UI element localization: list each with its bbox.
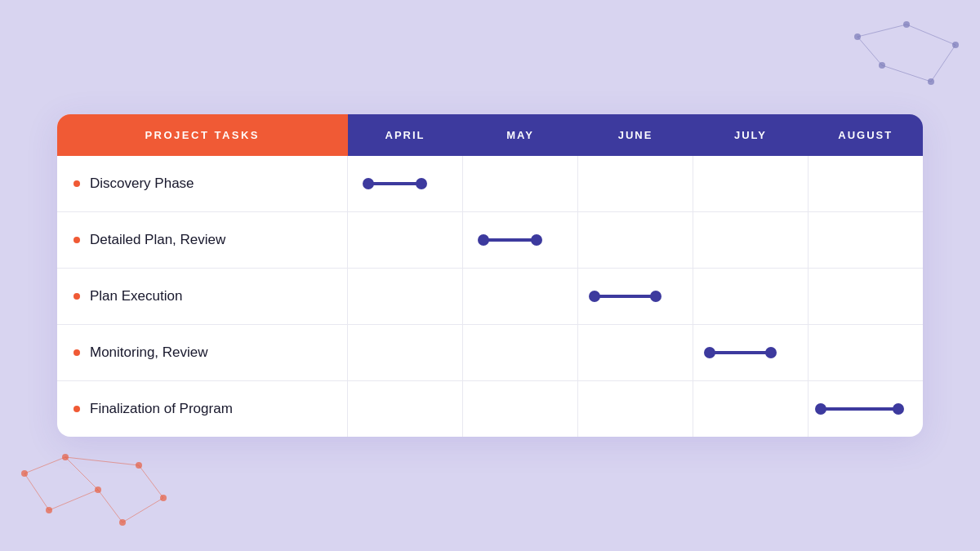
task-bullet bbox=[74, 293, 80, 300]
gantt-bar bbox=[368, 182, 421, 185]
gantt-cell-april-row5 bbox=[348, 381, 463, 438]
gantt-dot-start bbox=[815, 403, 826, 415]
gantt-bar bbox=[821, 407, 898, 411]
task-label: Finalization of Program bbox=[90, 401, 233, 417]
gantt-dot-start bbox=[589, 291, 600, 302]
gantt-cell-july-row5 bbox=[693, 381, 808, 438]
task-label: Discovery Phase bbox=[90, 176, 194, 192]
gantt-chart: PROJECT TASKS APRIL MAY JUNE JULY AUGUST… bbox=[57, 114, 923, 437]
gantt-cell-august-row1 bbox=[808, 156, 924, 212]
gantt-cell-may-row5 bbox=[463, 381, 578, 438]
month-header-june: JUNE bbox=[578, 114, 693, 156]
gantt-cell-july-row2 bbox=[693, 212, 808, 269]
task-name-cell: Monitoring, Review bbox=[57, 325, 348, 381]
task-bullet bbox=[74, 349, 80, 356]
gantt-cell-june-row3 bbox=[578, 269, 693, 325]
svg-line-20 bbox=[49, 490, 98, 510]
gantt-cell-may-row2 bbox=[463, 212, 578, 269]
gantt-cell-august-row5 bbox=[808, 381, 924, 438]
gantt-cell-july-row3 bbox=[693, 269, 808, 325]
task-bullet bbox=[74, 180, 80, 187]
svg-line-24 bbox=[98, 490, 122, 522]
gantt-cell-may-row3 bbox=[463, 269, 578, 325]
svg-line-19 bbox=[24, 473, 49, 510]
gantt-cell-august-row2 bbox=[808, 212, 924, 269]
gantt-cell-june-row5 bbox=[578, 381, 693, 438]
gantt-dot-start bbox=[478, 234, 489, 246]
table-row: Discovery Phase bbox=[57, 156, 923, 212]
svg-line-21 bbox=[65, 457, 139, 465]
task-name-cell: Finalization of Program bbox=[57, 381, 348, 438]
month-header-august: AUGUST bbox=[808, 114, 924, 156]
gantt-bar bbox=[710, 351, 771, 354]
gantt-cell-august-row4 bbox=[808, 325, 924, 381]
gantt-dot-start bbox=[704, 347, 715, 358]
svg-line-8 bbox=[882, 65, 931, 82]
svg-line-23 bbox=[122, 498, 163, 522]
gantt-cell-april-row3 bbox=[348, 269, 463, 325]
svg-line-5 bbox=[858, 24, 906, 37]
table-row: Plan Execution bbox=[57, 269, 923, 325]
task-bullet bbox=[74, 406, 80, 412]
svg-line-6 bbox=[906, 24, 956, 45]
gantt-bar bbox=[483, 238, 537, 242]
gantt-cell-august-row3 bbox=[808, 269, 924, 325]
gantt-dot-end bbox=[893, 403, 904, 415]
table-row: Detailed Plan, Review bbox=[57, 212, 923, 269]
task-column-header: PROJECT TASKS bbox=[57, 114, 348, 156]
task-name-cell: Discovery Phase bbox=[57, 156, 348, 212]
task-label: Monitoring, Review bbox=[90, 344, 208, 361]
month-header-may: MAY bbox=[463, 114, 578, 156]
gantt-dot-end bbox=[416, 178, 427, 189]
gantt-cell-may-row1 bbox=[463, 156, 578, 212]
task-bullet bbox=[74, 237, 80, 243]
svg-line-7 bbox=[858, 37, 882, 65]
month-header-april: APRIL bbox=[348, 114, 463, 156]
gantt-dot-end bbox=[531, 234, 542, 246]
gantt-cell-july-row4 bbox=[693, 325, 808, 381]
gantt-dot-end bbox=[650, 291, 662, 302]
gantt-cell-june-row1 bbox=[578, 156, 693, 212]
gantt-cell-july-row1 bbox=[693, 156, 808, 212]
gantt-cell-june-row2 bbox=[578, 212, 693, 269]
task-name-cell: Plan Execution bbox=[57, 269, 348, 325]
table-row: Monitoring, Review bbox=[57, 325, 923, 381]
task-name-cell: Detailed Plan, Review bbox=[57, 212, 348, 269]
gantt-dot-start bbox=[363, 178, 374, 189]
svg-line-17 bbox=[24, 457, 65, 473]
table-row: Finalization of Program bbox=[57, 381, 923, 438]
task-label: Detailed Plan, Review bbox=[90, 232, 225, 248]
gantt-cell-april-row1 bbox=[348, 156, 463, 212]
month-header-july: JULY bbox=[693, 114, 808, 156]
gantt-cell-june-row4 bbox=[578, 325, 693, 381]
gantt-bar bbox=[595, 295, 656, 298]
gantt-cell-april-row2 bbox=[348, 212, 463, 269]
gantt-cell-april-row4 bbox=[348, 325, 463, 381]
gantt-cell-may-row4 bbox=[463, 325, 578, 381]
svg-line-22 bbox=[139, 465, 163, 498]
gantt-dot-end bbox=[765, 347, 777, 358]
svg-line-18 bbox=[65, 457, 98, 490]
svg-line-9 bbox=[931, 45, 956, 82]
task-label: Plan Execution bbox=[90, 288, 182, 304]
